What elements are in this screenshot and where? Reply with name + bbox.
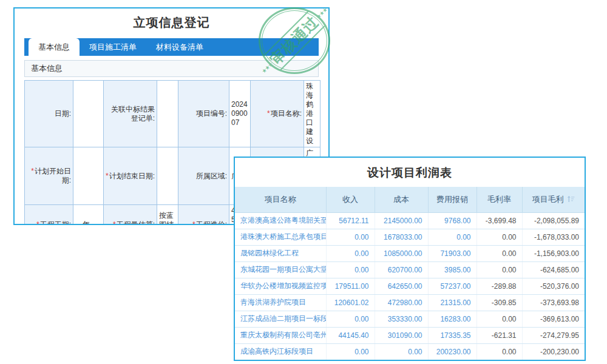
cell-expense: 21315.00 (428, 294, 476, 311)
form-field-label: *计划开始日期: (25, 147, 73, 205)
cell-cost: 472980.00 (375, 294, 428, 311)
profit-table-title: 设计项目利润表 (235, 158, 585, 187)
form-field-value[interactable]: 2024090007 (229, 81, 251, 147)
cell-expense: 9768.00 (428, 212, 476, 229)
column-header-3[interactable]: 成本 (375, 187, 428, 212)
stamp-stars-icon: ★★★ (315, 7, 328, 20)
cell-cost: 1678033.00 (375, 229, 428, 245)
cell-profit: -1,156,903.00 (522, 245, 585, 261)
form-field-value[interactable] (73, 81, 104, 147)
cell-profit: -274,279.95 (522, 327, 585, 343)
cell-income: 179511.00 (326, 278, 375, 294)
cell-income: 0.00 (326, 229, 375, 245)
cell-profit: -373,693.98 (522, 294, 585, 311)
project-name-link[interactable]: 华软办公楼增加视频监控项 (235, 278, 326, 294)
profit-table-window: 设计项目利润表 项目名称收入成本费用报销毛利率项目毛利 京港澳高速公路粤境韶关至… (234, 157, 586, 361)
required-asterisk-icon: * (192, 220, 195, 226)
cell-profit: -1,678,033.00 (522, 229, 585, 245)
cell-profit: -2,098,055.89 (522, 212, 585, 229)
cell-margin: -309.85 (476, 294, 522, 311)
tab-material-equipment-list[interactable]: 材料设备清单 (146, 38, 213, 56)
cell-expense: 200230.00 (428, 343, 476, 360)
form-field-label: *项目名称: (251, 81, 304, 147)
profit-table-row: 重庆太极制药有限公司亳州44145.40301090.0017335.35-62… (235, 327, 585, 343)
profit-table-row: 晟铭园林绿化工程0.001085000.0071903.000.00-1,156… (235, 245, 585, 261)
cell-margin: 0.00 (476, 261, 522, 278)
cell-margin: 0.00 (476, 343, 522, 360)
sort-icon[interactable] (567, 195, 575, 204)
form-field-value[interactable] (157, 81, 178, 147)
project-name-link[interactable]: 成渝高铁内江标段项目 (235, 343, 326, 360)
form-field-value[interactable] (157, 147, 178, 205)
tab-construction-list[interactable]: 项目施工清单 (80, 38, 146, 56)
form-field-label: *计划结束日期: (104, 147, 157, 205)
required-asterisk-icon: * (31, 167, 34, 175)
profit-table-row: 京港澳高速公路粤境韶关至56712.112145000.009768.00-3,… (235, 212, 585, 229)
profit-table-header-row: 项目名称收入成本费用报销毛利率项目毛利 (235, 187, 585, 212)
cell-margin: 0.00 (476, 245, 522, 261)
form-field-value[interactable]: 珠海鹤港口建设 (304, 81, 320, 147)
profit-table-row: 华软办公楼增加视频监控项179511.00642650.0057237.00-2… (235, 278, 585, 294)
project-name-link[interactable]: 港珠澳大桥施工总承包项目 (235, 229, 326, 245)
form-field-label: *工程量估算: (104, 205, 157, 226)
cell-cost: 2145000.00 (375, 212, 428, 229)
profit-table-body: 京港澳高速公路粤境韶关至56712.112145000.009768.00-3,… (235, 212, 585, 360)
cell-cost: 620700.00 (375, 261, 428, 278)
cell-margin: -289.88 (476, 278, 522, 294)
profit-table-row: 江苏成品油二期项目一标段0.00353330.0016283.000.00-36… (235, 311, 585, 327)
cell-profit: -369,613.00 (522, 311, 585, 327)
cell-income: 0.00 (326, 245, 375, 261)
cell-expense: 3985.00 (428, 261, 476, 278)
form-field-label: 所属区域: (178, 147, 229, 205)
project-name-link[interactable]: 重庆太极制药有限公司亳州 (235, 327, 326, 343)
column-header-5[interactable]: 毛利率 (476, 187, 522, 212)
form-field-label: *工程工期: (25, 205, 73, 226)
profit-table: 项目名称收入成本费用报销毛利率项目毛利 京港澳高速公路粤境韶关至56712.11… (235, 187, 585, 360)
required-asterisk-icon: * (36, 220, 39, 226)
required-asterisk-icon: * (106, 172, 109, 180)
form-field-label: 日期: (25, 81, 73, 147)
cell-expense: 17335.35 (428, 327, 476, 343)
required-asterisk-icon: * (113, 220, 116, 226)
cell-margin: -3,699.48 (476, 212, 522, 229)
stamp-stars-icon: ★★★ (260, 61, 274, 75)
project-name-link[interactable]: 东城花园一期项目公寓大堂 (235, 261, 326, 278)
profit-table-row: 青海洪湖养护院项目120601.02472980.0021315.00-309.… (235, 294, 585, 311)
required-asterisk-icon: * (267, 109, 270, 118)
approval-stamp: ★★★ 审核通过 ★★★ (259, 7, 330, 74)
cell-margin: 0.00 (476, 311, 522, 327)
form-row: 日期:关联中标结果登记单:项目编号:2024090007*项目名称:珠海鹤港口建… (25, 81, 320, 147)
project-name-link[interactable]: 京港澳高速公路粤境韶关至 (235, 212, 326, 229)
cell-cost: 1085000.00 (375, 245, 428, 261)
project-name-link[interactable]: 青海洪湖养护院项目 (235, 294, 326, 311)
cell-cost: 301090.00 (375, 327, 428, 343)
column-header-1[interactable]: 项目名称 (235, 187, 326, 212)
cell-income: 120601.02 (326, 294, 375, 311)
cell-margin: 0.00 (476, 229, 522, 245)
profit-table-row: 成渝高铁内江标段项目0.000.00200230.000.00-200,230.… (235, 343, 585, 360)
form-field-label: 关联中标结果登记单: (104, 81, 157, 147)
cell-cost: 642650.00 (375, 278, 428, 294)
project-name-link[interactable]: 晟铭园林绿化工程 (235, 245, 326, 261)
cell-profit: -200,230.00 (522, 343, 585, 360)
column-header-4[interactable]: 费用报销 (428, 187, 476, 212)
form-field-value[interactable]: 一年 (73, 205, 104, 226)
profit-table-row: 港珠澳大桥施工总承包项目0.001678033.000.000.00-1,678… (235, 229, 585, 245)
tab-basic-info[interactable]: 基本信息 (29, 38, 80, 56)
cell-cost: 0.00 (375, 343, 428, 360)
cell-cost: 353330.00 (375, 311, 428, 327)
form-field-value[interactable]: 按蓝图结算 (157, 205, 178, 226)
project-name-link[interactable]: 江苏成品油二期项目一标段 (235, 311, 326, 327)
cell-expense: 57237.00 (428, 278, 476, 294)
cell-expense: 16283.00 (428, 311, 476, 327)
profit-table-row: 东城花园一期项目公寓大堂0.00620700.003985.000.00-624… (235, 261, 585, 278)
cell-margin: -621.31 (476, 327, 522, 343)
form-field-label: 项目编号: (178, 81, 229, 147)
cell-income: 0.00 (326, 311, 375, 327)
form-field-value[interactable] (73, 147, 104, 205)
column-header-2[interactable]: 收入 (326, 187, 375, 212)
form-field-label: *工程造价: (178, 205, 229, 226)
column-header-6[interactable]: 项目毛利 (522, 187, 585, 212)
cell-income: 0.00 (326, 343, 375, 360)
cell-expense: 0.00 (428, 229, 476, 245)
